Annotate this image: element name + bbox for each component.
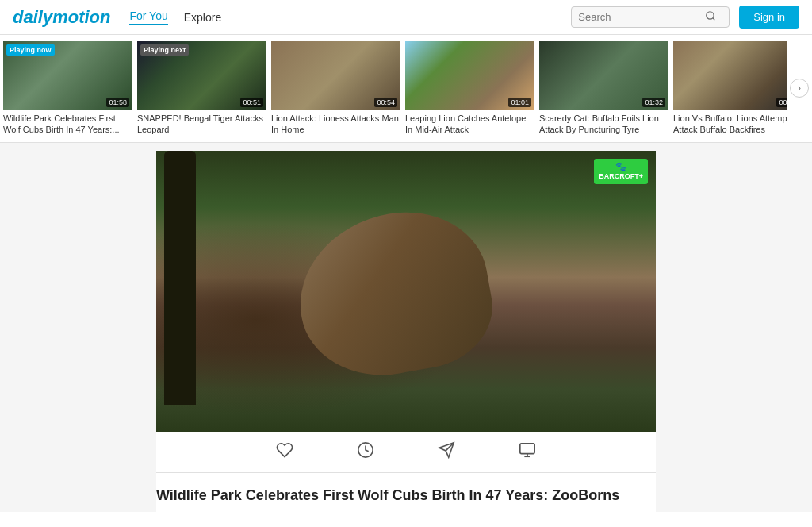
thumbnail-item[interactable]: 01:01Leaping Lion Catches Antelope In Mi…	[405, 41, 534, 136]
wolf-scene: 🐾 BARCROFT+	[156, 151, 656, 432]
nav-for-you[interactable]: For You	[129, 10, 167, 25]
tree-decoration	[164, 151, 196, 405]
nav-explore[interactable]: Explore	[184, 11, 221, 24]
thumbnail-image: 01:32	[539, 41, 668, 110]
video-duration: 00:51	[240, 98, 263, 107]
search-icon-button[interactable]	[705, 10, 716, 24]
thumbnail-title: Leaping Lion Catches Antelope In Mid-Air…	[405, 113, 534, 136]
share-icon	[438, 441, 455, 459]
thumbnail-item[interactable]: 00:50Lion Vs Buffalo: Lions Attempt To A…	[673, 41, 787, 136]
barcroft-badge: 🐾 BARCROFT+	[594, 159, 648, 184]
video-duration: 00:54	[374, 98, 397, 107]
thumbnail-row: Playing now01:58Wildlife Park Celebrates…	[0, 35, 812, 143]
thumbnail-title: Scaredy Cat: Buffalo Foils Lion Attack B…	[539, 113, 668, 136]
main-nav: For You Explore	[129, 10, 571, 25]
search-bar	[571, 6, 730, 28]
thumbnail-image: 00:54	[271, 41, 400, 110]
video-duration: 01:32	[642, 98, 665, 107]
thumbnail-item[interactable]: 01:32Scaredy Cat: Buffalo Foils Lion Att…	[539, 41, 668, 136]
video-container: 🐾 BARCROFT+	[156, 151, 656, 432]
video-frame[interactable]: 🐾 BARCROFT+	[156, 151, 656, 432]
thumbnail-scroll: Playing now01:58Wildlife Park Celebrates…	[3, 41, 787, 136]
video-duration: 01:01	[508, 98, 531, 107]
thumbnail-image: 01:01	[405, 41, 534, 110]
thumbnail-item[interactable]: 00:54Lion Attack: Lioness Attacks Man In…	[271, 41, 400, 136]
thumbnail-image: Playing next00:51	[137, 41, 266, 110]
clock-icon	[357, 441, 374, 459]
watch-later-button[interactable]	[357, 441, 374, 463]
thumbnail-image: 00:50	[673, 41, 787, 110]
search-icon	[705, 10, 716, 21]
video-title-section: Wildlife Park Celebrates First Wolf Cubs…	[156, 473, 656, 512]
header: dailymotion For You Explore Sign in	[0, 0, 812, 35]
thumbnail-item[interactable]: Playing now01:58Wildlife Park Celebrates…	[3, 41, 132, 136]
main-content: 🐾 BARCROFT+	[0, 143, 812, 512]
logo[interactable]: dailymotion	[13, 7, 110, 28]
action-bar	[156, 432, 656, 473]
scroll-right-button[interactable]: ›	[790, 79, 809, 98]
like-button[interactable]	[276, 441, 293, 463]
playing-next-label: Playing next	[140, 44, 189, 56]
more-icon	[519, 441, 536, 459]
thumbnail-title: Wildlife Park Celebrates First Wolf Cubs…	[3, 113, 132, 136]
playing-now-label: Playing now	[6, 44, 55, 56]
thumbnail-item[interactable]: Playing next00:51SNAPPED! Bengal Tiger A…	[137, 41, 266, 136]
more-button[interactable]	[519, 441, 536, 463]
thumbnail-title: SNAPPED! Bengal Tiger Attacks Leopard	[137, 113, 266, 136]
video-duration: 01:58	[106, 98, 129, 107]
share-button[interactable]	[438, 441, 455, 463]
svg-rect-5	[520, 443, 534, 453]
svg-line-1	[713, 18, 715, 21]
svg-point-0	[707, 12, 714, 19]
search-input[interactable]	[578, 11, 705, 23]
video-duration: 00:50	[776, 98, 787, 107]
thumbnail-image: Playing now01:58	[3, 41, 132, 110]
thumbnail-title: Lion Attack: Lioness Attacks Man In Home	[271, 113, 400, 136]
signin-button[interactable]: Sign in	[739, 6, 799, 29]
heart-icon	[276, 441, 293, 459]
video-title: Wildlife Park Celebrates First Wolf Cubs…	[156, 486, 656, 506]
thumbnail-title: Lion Vs Buffalo: Lions Attempt To Attack…	[673, 113, 787, 136]
